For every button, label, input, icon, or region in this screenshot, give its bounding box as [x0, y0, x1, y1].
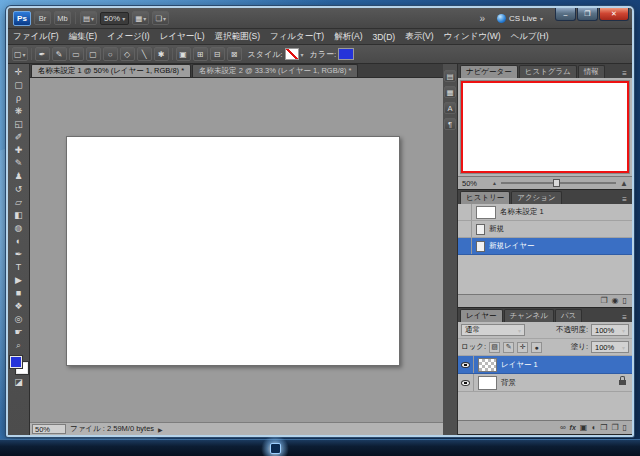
history-source-column[interactable]	[458, 221, 472, 237]
tool-preset-picker[interactable]: ▢ ▾	[12, 47, 28, 61]
quick-selection-tool[interactable]: ❋	[10, 105, 28, 118]
3d-camera-tool[interactable]: ◎	[10, 313, 28, 326]
zoom-in-icon[interactable]: ▲	[620, 179, 628, 188]
path-selection-tool[interactable]: ▶	[10, 274, 28, 287]
pen-tool-button[interactable]: ✒	[35, 47, 50, 61]
menu-window[interactable]: ウィンドウ(W)	[438, 31, 505, 43]
launch-minibridge-button[interactable]: Mb	[54, 11, 71, 25]
menu-select[interactable]: 選択範囲(S)	[210, 31, 265, 43]
zoom-out-icon[interactable]: ▲	[492, 180, 497, 186]
history-source-column[interactable]	[458, 238, 472, 254]
view-extras-button[interactable]: ▤ ▾	[80, 11, 97, 25]
custom-shape-button[interactable]: ✱	[154, 47, 169, 61]
blend-mode-select[interactable]: 通常 ▾	[461, 324, 525, 336]
layer-thumbnail[interactable]	[478, 376, 497, 390]
launch-bridge-button[interactable]: Br	[34, 11, 51, 25]
navigator-zoom-slider[interactable]	[501, 182, 616, 184]
ellipse-shape-button[interactable]: ○	[103, 47, 118, 61]
delete-layer-icon[interactable]: ▯	[623, 424, 627, 432]
tab-history[interactable]: ヒストリー	[460, 191, 510, 204]
tab-untitled-1[interactable]: 名称未設定 1 @ 50% (レイヤー 1, RGB/8) *	[31, 64, 191, 77]
add-shape-area-button[interactable]: ⊞	[193, 47, 208, 61]
tab-paths[interactable]: パス	[555, 309, 582, 322]
delete-state-icon[interactable]: ▯	[623, 297, 627, 305]
layer-name[interactable]: レイヤー 1	[501, 360, 538, 370]
tab-histogram[interactable]: ヒストグラム	[519, 65, 577, 78]
canvas-area[interactable]	[30, 78, 443, 422]
crop-tool[interactable]: ◱	[10, 118, 28, 131]
layer-effects-icon[interactable]: fx	[570, 424, 576, 431]
cs-live-button[interactable]: CS Live ▾	[492, 11, 548, 26]
menu-file[interactable]: ファイル(F)	[8, 31, 64, 43]
zoom-level-select[interactable]: 50% ▾	[100, 12, 129, 25]
visibility-toggle[interactable]	[458, 356, 474, 373]
new-layer-icon[interactable]: ❐	[611, 424, 618, 432]
visibility-toggle[interactable]	[458, 374, 474, 391]
lock-all-icon[interactable]: ●	[531, 342, 542, 353]
layer-mask-icon[interactable]: ▣	[580, 424, 588, 432]
menu-view[interactable]: 表示(V)	[400, 31, 438, 43]
line-shape-button[interactable]: ╲	[137, 47, 152, 61]
new-document-from-state-icon[interactable]: ❐	[600, 297, 607, 305]
zoom-slider-thumb[interactable]	[553, 179, 560, 187]
subtract-shape-area-button[interactable]: ⊟	[210, 47, 225, 61]
menu-edit[interactable]: 編集(E)	[64, 31, 102, 43]
history-brush-tool[interactable]: ↺	[10, 183, 28, 196]
pen-tool[interactable]: ✒	[10, 248, 28, 261]
history-snapshot-row[interactable]: 名称未設定 1	[458, 204, 632, 221]
minimize-button[interactable]: –	[555, 8, 576, 21]
3d-rotate-tool[interactable]: ❖	[10, 300, 28, 313]
opacity-input[interactable]: 100% ▾	[591, 324, 629, 336]
paragraph-panel-icon[interactable]: ¶	[444, 118, 456, 130]
move-tool[interactable]: ✛	[10, 66, 28, 79]
navigator-zoom-value[interactable]: 50%	[462, 179, 488, 188]
zoom-tool[interactable]: ⌕	[10, 339, 28, 352]
document-canvas[interactable]	[66, 136, 400, 366]
hand-tool[interactable]: ☛	[10, 326, 28, 339]
style-picker[interactable]	[285, 48, 299, 60]
polygon-shape-button[interactable]: ◇	[120, 47, 135, 61]
shape-color-swatch[interactable]	[338, 48, 354, 60]
menu-image[interactable]: イメージ(I)	[102, 31, 155, 43]
clone-stamp-tool[interactable]: ♟	[10, 170, 28, 183]
link-layers-icon[interactable]: ∞	[560, 424, 566, 432]
toolbar-overflow-chevron[interactable]: »	[475, 13, 489, 24]
menu-help[interactable]: ヘルプ(H)	[506, 31, 554, 43]
blur-tool[interactable]: ◍	[10, 222, 28, 235]
taskbar-photoshop-icon[interactable]	[270, 443, 281, 454]
fill-input[interactable]: 100% ▾	[591, 341, 629, 353]
history-state-row-selected[interactable]: 新規レイヤー	[458, 238, 632, 255]
panel-menu-icon[interactable]: ≡	[619, 313, 630, 322]
status-zoom-input[interactable]: 50%	[32, 424, 66, 434]
windows-taskbar[interactable]	[0, 439, 640, 456]
quick-mask-button[interactable]: ◪	[10, 376, 28, 389]
menu-filter[interactable]: フィルター(T)	[265, 31, 329, 43]
history-source-column[interactable]	[458, 204, 472, 220]
lasso-tool[interactable]: ρ	[10, 92, 28, 105]
tab-layers[interactable]: レイヤー	[460, 309, 503, 322]
type-tool[interactable]: T	[10, 261, 28, 274]
layer-name[interactable]: 背景	[501, 378, 516, 388]
character-panel-icon[interactable]: A	[444, 102, 456, 114]
tab-navigator[interactable]: ナビゲーター	[460, 65, 518, 78]
eraser-tool[interactable]: ▱	[10, 196, 28, 209]
screen-mode-button[interactable]: ❏ ▾	[152, 11, 169, 25]
tab-channels[interactable]: チャンネル	[504, 309, 554, 322]
rectangular-marquee-tool[interactable]: ▢	[10, 79, 28, 92]
rounded-rectangle-shape-button[interactable]: ▢	[86, 47, 101, 61]
gradient-tool[interactable]: ◧	[10, 209, 28, 222]
new-shape-area-button[interactable]: ▣	[176, 47, 191, 61]
adjustment-layer-icon[interactable]: ◐	[591, 424, 596, 432]
maximize-button[interactable]: ❐	[577, 8, 598, 21]
arrange-documents-button[interactable]: ▦ ▾	[132, 11, 149, 25]
color-panel-icon[interactable]: ▤	[444, 70, 456, 82]
healing-brush-tool[interactable]: ✚	[10, 144, 28, 157]
lock-pixels-icon[interactable]: ✎	[503, 342, 514, 353]
close-button[interactable]: ✕	[599, 8, 629, 21]
new-snapshot-icon[interactable]: ◉	[612, 297, 619, 305]
tab-info[interactable]: 情報	[578, 65, 605, 78]
tab-untitled-2[interactable]: 名称未設定 2 @ 33.3% (レイヤー 1, RGB/8) *	[192, 64, 358, 77]
panel-menu-icon[interactable]: ≡	[619, 69, 630, 78]
tab-actions[interactable]: アクション	[511, 191, 561, 204]
shape-tool[interactable]: ■	[10, 287, 28, 300]
